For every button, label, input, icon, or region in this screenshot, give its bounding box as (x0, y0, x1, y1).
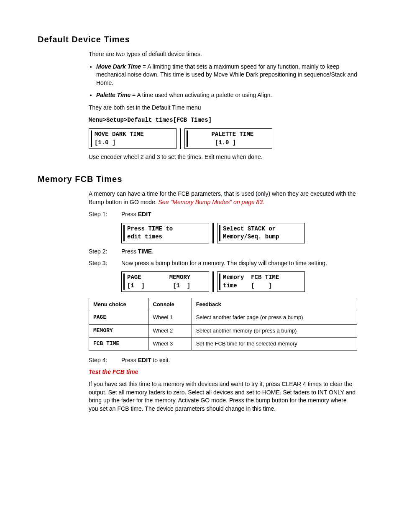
paragraph: They are both set in the Default Time me… (89, 104, 357, 112)
step-1: Step 1: Press EDIT (89, 210, 357, 219)
lcd-left: PAGE MEMORY [1 ] [1 ] (123, 274, 207, 290)
step-label: Step 2: (89, 248, 121, 256)
step-content: Press EDIT to exit. (121, 356, 357, 365)
term-palette-time: Palette Time (96, 92, 130, 98)
table-header: Feedback (192, 298, 357, 311)
wheel-table: Menu choice Console Feedback PAGE Wheel … (89, 298, 357, 350)
lcd-right: Memory FCB TIME time [ ] (219, 274, 303, 290)
step-3: Step 3: Now press a bump button for a me… (89, 259, 357, 268)
step-2: Step 2: Press TIME. (89, 248, 357, 256)
table-row: FCB TIME Wheel 3 Set the FCB time for th… (89, 337, 357, 350)
intro-paragraph: There are two types of default device ti… (89, 50, 357, 59)
lcd-separator (212, 223, 214, 243)
table-cell: Wheel 2 (148, 324, 192, 337)
list-item: Palette Time = A time used when activati… (96, 91, 357, 100)
table-cell: Wheel 1 (148, 311, 192, 324)
table-cell: Select another fader page (or press a bu… (192, 311, 357, 324)
lcd-display-default-times: MOVE DARK TIME [1.0 ] PALETTE TIME [1.0 … (89, 128, 357, 149)
step-label: Step 1: (89, 210, 121, 219)
table-header: Menu choice (89, 298, 148, 311)
table-cell: Wheel 3 (148, 337, 192, 350)
lcd-separator (180, 128, 181, 149)
step-content: Press TIME. (121, 248, 357, 256)
cross-reference-link[interactable]: See "Memory Bump Modes" on page 83. (159, 199, 265, 205)
lcd-right: PALETTE TIME [1.0 ] (187, 130, 270, 147)
step-bold: EDIT (138, 357, 151, 363)
step-text: . (152, 248, 153, 255)
lcd-display-step3: PAGE MEMORY [1 ] [1 ] Memory FCB TIME ti… (121, 271, 357, 292)
lcd-separator (212, 271, 214, 292)
step-4: Step 4: Press EDIT to exit. (89, 356, 357, 365)
lcd-left: MOVE DARK TIME [1.0 ] (91, 130, 174, 147)
table-cell: FCB TIME (89, 337, 148, 350)
bullet-list: Move Dark Time = A limiting time that se… (96, 63, 357, 100)
step-content: Press EDIT (121, 210, 357, 219)
lcd-display-step1: Press TIME to edit times Select STACK or… (121, 223, 357, 243)
sub-heading-test-fcb-time: Test the FCB time (89, 368, 357, 376)
table-header: Console (148, 298, 192, 311)
menu-path: Menu>Setup>Default times[FCB Times] (89, 116, 357, 125)
paragraph: Use encoder wheel 2 and 3 to set the tim… (89, 153, 357, 161)
paragraph: If you have set this time to a memory wi… (89, 380, 357, 413)
term-move-dark-time: Move Dark Time (96, 63, 141, 70)
step-text: to exit. (151, 357, 170, 363)
section-heading-memory-fcb-times: Memory FCB Times (38, 173, 357, 185)
step-content: Now press a bump button for a memory. Th… (121, 259, 357, 268)
step-label: Step 4: (89, 356, 121, 365)
table-cell: Set the FCB time for the selected memory (192, 337, 357, 350)
step-bold: TIME (138, 248, 152, 255)
table-header-row: Menu choice Console Feedback (89, 298, 357, 311)
table-row: MEMORY Wheel 2 Select another memory (or… (89, 324, 357, 337)
table-cell: PAGE (89, 311, 148, 324)
step-label: Step 3: (89, 259, 121, 268)
step-text: Press (121, 211, 138, 217)
step-text: Press (121, 248, 138, 255)
step-bold: EDIT (138, 211, 151, 217)
table-cell: MEMORY (89, 324, 148, 337)
intro-paragraph: A memory can have a time for the FCB par… (89, 190, 357, 206)
lcd-right: Select STACK or Memory/Seq. bump (219, 225, 303, 241)
definition-text: = A time used when activating a palette … (130, 92, 272, 98)
list-item: Move Dark Time = A limiting time that se… (96, 63, 357, 87)
lcd-left: Press TIME to edit times (123, 225, 207, 241)
table-row: PAGE Wheel 1 Select another fader page (… (89, 311, 357, 324)
table-cell: Select another memory (or press a bump) (192, 324, 357, 337)
section-heading-default-device-times: Default Device Times (38, 33, 357, 45)
step-text: Press (121, 357, 138, 363)
